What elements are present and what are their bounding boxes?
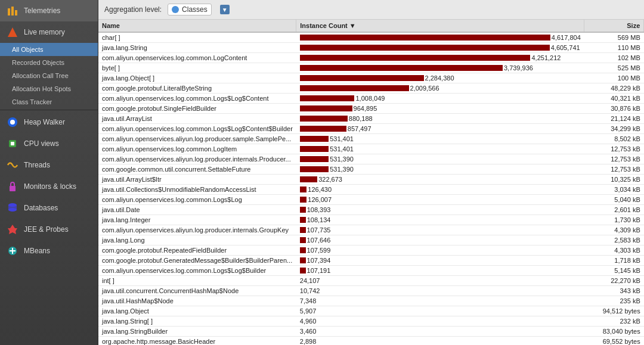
- table-row[interactable]: java.util.ArrayList880,18821,124 kB: [98, 114, 644, 124]
- table-row[interactable]: org.apache.http.message.BasicHeader2,898…: [98, 337, 644, 346]
- table-container[interactable]: Name Instance Count ▼ Size char[ ]4,617,…: [98, 20, 644, 345]
- cell-name: byte[ ]: [98, 63, 296, 73]
- cell-name: java.util.ArrayList: [98, 114, 296, 124]
- cell-count: 857,497: [296, 124, 584, 134]
- sidebar-item-monitors-locks[interactable]: Monitors & locks: [0, 176, 98, 197]
- cell-count: 108,393: [296, 205, 584, 215]
- table-row[interactable]: com.google.protobuf.GeneratedMessage$Bui…: [98, 256, 644, 266]
- table-row[interactable]: com.aliyun.openservices.log.common.Logs$…: [98, 94, 644, 104]
- table-row[interactable]: com.aliyun.openservices.log.common.Logs$…: [98, 124, 644, 134]
- col-name[interactable]: Name: [98, 20, 296, 32]
- aggregation-icon: [172, 6, 179, 13]
- table-row[interactable]: com.aliyun.openservices.aliyun.log.produ…: [98, 154, 644, 164]
- cell-size: 22,270 kB: [584, 276, 644, 286]
- table-row[interactable]: java.lang.String[ ]4,960232 kB: [98, 316, 644, 327]
- table-row[interactable]: com.google.common.util.concurrent.Settab…: [98, 164, 644, 175]
- sidebar-item-telemetries[interactable]: Telemetries: [0, 0, 98, 21]
- table-row[interactable]: java.lang.Object5,90794,512 bytes: [98, 306, 644, 316]
- svg-point-11: [8, 208, 17, 212]
- col-size[interactable]: Size: [584, 20, 644, 32]
- table-row[interactable]: java.util.HashMap$Node7,348235 kB: [98, 296, 644, 306]
- sidebar-sub-all-objects[interactable]: All Objects: [0, 43, 98, 56]
- cell-count: 2,009,566: [296, 83, 584, 94]
- cell-size: 5,145 kB: [584, 266, 644, 276]
- cell-size: 1,730 kB: [584, 215, 644, 225]
- cell-count: 4,617,804: [296, 32, 584, 43]
- cell-name: org.apache.http.message.BasicHeader: [98, 337, 296, 346]
- col-instance-count[interactable]: Instance Count ▼: [296, 20, 584, 32]
- sidebar-item-mbeans-label: MBeans: [24, 247, 50, 255]
- sidebar-item-cpu-views[interactable]: CPU views: [0, 133, 98, 154]
- sidebar-item-databases-label: Databases: [24, 204, 58, 212]
- table-row[interactable]: char[ ]4,617,804569 MB: [98, 32, 644, 43]
- table-row[interactable]: java.lang.StringBuilder3,46083,040 bytes: [98, 327, 644, 337]
- cell-name: java.lang.StringBuilder: [98, 327, 296, 337]
- mbeans-icon: [6, 244, 19, 257]
- cell-count: 5,907: [296, 306, 584, 316]
- cell-count: 107,191: [296, 266, 584, 276]
- sidebar-item-mbeans[interactable]: MBeans: [0, 240, 98, 262]
- cell-count: 2,284,380: [296, 73, 584, 83]
- table-body: char[ ]4,617,804569 MBjava.lang.String4,…: [98, 32, 644, 345]
- databases-icon: [6, 201, 19, 215]
- sidebar-item-live-memory[interactable]: Live memory: [0, 21, 98, 43]
- sidebar-item-databases[interactable]: Databases: [0, 197, 98, 219]
- svg-rect-1: [11, 7, 14, 15]
- sidebar-item-telemetries-label: Telemetries: [24, 7, 60, 15]
- svg-rect-8: [10, 186, 16, 191]
- cell-count: 24,107: [296, 276, 584, 286]
- cell-count: 107,735: [296, 225, 584, 235]
- cell-size: 1,718 kB: [584, 256, 644, 266]
- dropdown-arrow[interactable]: ▼: [220, 5, 230, 14]
- cell-size: 102 MB: [584, 53, 644, 63]
- cell-name: com.aliyun.openservices.aliyun.log.produ…: [98, 154, 296, 164]
- toolbar: Aggregation level: Classes ▼: [98, 0, 644, 20]
- jee-probes-icon: [6, 223, 19, 236]
- cell-name: java.lang.Object: [98, 306, 296, 316]
- sidebar-item-jee-probes[interactable]: JEE & Probes: [0, 219, 98, 240]
- aggregation-dropdown[interactable]: Classes: [168, 4, 212, 15]
- sidebar-item-threads[interactable]: Threads: [0, 154, 98, 176]
- table-row[interactable]: com.google.protobuf.RepeatedFieldBuilder…: [98, 245, 644, 256]
- sidebar-sub-allocation-call-tree[interactable]: Allocation Call Tree: [0, 69, 98, 82]
- table-row[interactable]: java.util.ArrayList$Itr322,67310,325 kB: [98, 175, 644, 185]
- cell-name: com.google.protobuf.RepeatedFieldBuilder: [98, 245, 296, 256]
- table-row[interactable]: int[ ]24,10722,270 kB: [98, 276, 644, 286]
- table-row[interactable]: com.google.protobuf.LiteralByteString2,0…: [98, 83, 644, 94]
- table-row[interactable]: com.aliyun.openservices.log.common.LogCo…: [98, 53, 644, 63]
- table-row[interactable]: com.aliyun.openservices.log.common.Logs$…: [98, 266, 644, 276]
- cell-count: 531,401: [296, 144, 584, 154]
- table-row[interactable]: java.util.concurrent.ConcurrentHashMap$N…: [98, 286, 644, 296]
- table-row[interactable]: java.util.Collections$UnmodifiableRandom…: [98, 185, 644, 195]
- cell-size: 569 MB: [584, 32, 644, 43]
- sidebar-sub-allocation-hot-spots[interactable]: Allocation Hot Spots: [0, 82, 98, 95]
- table-row[interactable]: com.aliyun.openservices.aliyun.log.produ…: [98, 225, 644, 235]
- cell-count: 126,430: [296, 185, 584, 195]
- table-row[interactable]: java.lang.Integer108,1341,730 kB: [98, 215, 644, 225]
- table-row[interactable]: java.lang.Long107,6462,583 kB: [98, 235, 644, 245]
- table-row[interactable]: com.google.protobuf.SingleFieldBuilder96…: [98, 104, 644, 114]
- monitors-locks-icon: [6, 180, 19, 193]
- table-row[interactable]: com.aliyun.openservices.log.common.LogIt…: [98, 144, 644, 154]
- sidebar-item-monitors-locks-label: Monitors & locks: [24, 182, 76, 191]
- cell-name: com.aliyun.openservices.log.common.Logs$…: [98, 124, 296, 134]
- table-row[interactable]: java.lang.Object[ ]2,284,380100 MB: [98, 73, 644, 83]
- table-row[interactable]: java.util.Date108,3932,601 kB: [98, 205, 644, 215]
- cell-name: com.google.protobuf.GeneratedMessage$Bui…: [98, 256, 296, 266]
- cell-name: com.google.protobuf.SingleFieldBuilder: [98, 104, 296, 114]
- cell-size: 10,325 kB: [584, 175, 644, 185]
- sidebar-item-heap-walker[interactable]: Heap Walker: [0, 111, 98, 133]
- cell-size: 21,124 kB: [584, 114, 644, 124]
- cell-size: 34,299 kB: [584, 124, 644, 134]
- sidebar-sub-recorded-objects[interactable]: Recorded Objects: [0, 56, 98, 69]
- cell-size: 12,753 kB: [584, 154, 644, 164]
- cell-name: com.aliyun.openservices.aliyun.log.produ…: [98, 134, 296, 144]
- cell-count: 7,348: [296, 296, 584, 306]
- table-row[interactable]: java.lang.String4,605,741110 MB: [98, 43, 644, 53]
- table-row[interactable]: byte[ ]3,739,936525 MB: [98, 63, 644, 73]
- sidebar-sub-class-tracker[interactable]: Class Tracker: [0, 95, 98, 108]
- sidebar-divider-1: [0, 110, 98, 110]
- sidebar-item-jee-probes-label: JEE & Probes: [24, 225, 69, 234]
- table-row[interactable]: com.aliyun.openservices.log.common.Logs$…: [98, 195, 644, 205]
- table-row[interactable]: com.aliyun.openservices.aliyun.log.produ…: [98, 134, 644, 144]
